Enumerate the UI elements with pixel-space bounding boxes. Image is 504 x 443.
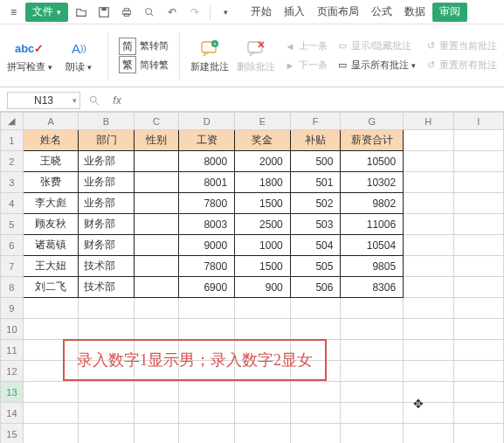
cell[interactable] <box>404 361 453 382</box>
cell[interactable]: 7800 <box>179 193 235 214</box>
cell[interactable] <box>453 361 503 382</box>
cell[interactable]: 薪资合计 <box>341 130 404 151</box>
cell[interactable]: 6900 <box>179 277 235 298</box>
cell[interactable] <box>134 403 179 424</box>
tab-insert[interactable]: 插入 <box>279 3 310 22</box>
cell[interactable] <box>235 424 291 444</box>
select-all-corner[interactable]: ◢ <box>1 113 24 130</box>
cell[interactable]: 财务部 <box>79 235 134 256</box>
cell[interactable] <box>341 361 404 382</box>
cell[interactable] <box>404 193 453 214</box>
cell[interactable] <box>179 319 235 340</box>
cell[interactable]: 2000 <box>235 151 291 172</box>
cell[interactable]: 刘二飞 <box>23 277 78 298</box>
cell[interactable] <box>134 382 179 403</box>
tab-data[interactable]: 数据 <box>399 3 431 22</box>
row-header[interactable]: 12 <box>1 361 24 382</box>
cell[interactable]: 王大妞 <box>23 256 78 277</box>
cell[interactable] <box>404 319 453 340</box>
cell[interactable]: 502 <box>290 193 341 214</box>
cell[interactable] <box>341 424 404 444</box>
cell[interactable] <box>341 319 404 340</box>
cell[interactable] <box>341 340 404 361</box>
cell[interactable]: 10500 <box>341 151 404 172</box>
col-header[interactable]: C <box>134 113 179 130</box>
cell[interactable]: 504 <box>290 235 341 256</box>
cell[interactable] <box>453 151 503 172</box>
cell[interactable]: 900 <box>235 277 291 298</box>
cell[interactable] <box>341 403 404 424</box>
cell[interactable] <box>179 424 235 444</box>
cell[interactable]: 张费 <box>23 172 78 193</box>
name-box[interactable]: N13 ▾ <box>7 92 80 109</box>
cell[interactable]: 9000 <box>179 235 235 256</box>
cell[interactable] <box>290 319 341 340</box>
cell[interactable]: 10302 <box>341 172 404 193</box>
read-aloud-button[interactable]: A)) 朗读 ▾ <box>60 28 97 83</box>
cell[interactable] <box>404 403 453 424</box>
row-header[interactable]: 10 <box>1 319 24 340</box>
cell[interactable] <box>134 424 179 444</box>
col-header[interactable]: A <box>23 113 78 130</box>
cell[interactable] <box>290 382 341 403</box>
cell[interactable]: 10504 <box>341 235 404 256</box>
cell[interactable]: 姓名 <box>23 130 78 151</box>
cell[interactable] <box>134 172 179 193</box>
cell[interactable]: 505 <box>290 256 341 277</box>
row-header[interactable]: 6 <box>1 235 24 256</box>
cell[interactable]: 9802 <box>341 193 404 214</box>
col-header[interactable]: E <box>235 113 291 130</box>
showhide-comment-button[interactable]: ▭显示/隐藏批注 <box>336 38 416 55</box>
cell[interactable]: 8000 <box>179 151 235 172</box>
cell[interactable]: 501 <box>290 172 341 193</box>
cell[interactable] <box>134 319 179 340</box>
cell[interactable] <box>23 382 78 403</box>
row-header[interactable]: 7 <box>1 256 24 277</box>
cell[interactable]: 8001 <box>179 172 235 193</box>
cell[interactable] <box>179 298 235 319</box>
cell[interactable]: 业务部 <box>79 193 134 214</box>
cell[interactable] <box>453 424 503 444</box>
formula-input[interactable] <box>131 92 497 109</box>
fx-icon[interactable]: fx <box>108 92 126 109</box>
cell[interactable]: 9805 <box>341 256 404 277</box>
open-icon[interactable] <box>72 3 91 22</box>
cell[interactable]: 补贴 <box>290 130 341 151</box>
cell[interactable] <box>79 403 134 424</box>
col-header[interactable]: I <box>453 113 503 130</box>
cell[interactable] <box>23 319 78 340</box>
cell[interactable] <box>341 298 404 319</box>
cell[interactable]: 11006 <box>341 214 404 235</box>
cell[interactable] <box>79 382 134 403</box>
cell[interactable] <box>453 193 503 214</box>
cell[interactable]: 部门 <box>79 130 134 151</box>
cell[interactable] <box>341 382 404 403</box>
cell[interactable]: 1500 <box>235 193 291 214</box>
cell[interactable] <box>134 298 179 319</box>
cell[interactable] <box>404 151 453 172</box>
col-header[interactable]: B <box>79 113 134 130</box>
col-header[interactable]: G <box>341 113 404 130</box>
row-header[interactable]: 8 <box>1 277 24 298</box>
cell[interactable] <box>134 193 179 214</box>
undo-icon[interactable]: ↶ <box>162 3 182 22</box>
showall-comments-button[interactable]: ▭显示所有批注 ▾ <box>336 57 416 74</box>
cell[interactable] <box>453 277 503 298</box>
cell[interactable] <box>404 130 453 151</box>
cell[interactable] <box>179 403 235 424</box>
cell[interactable]: 财务部 <box>79 214 134 235</box>
cell[interactable] <box>134 214 179 235</box>
cell[interactable] <box>134 277 179 298</box>
cell[interactable] <box>404 277 453 298</box>
cell[interactable]: 2500 <box>235 214 291 235</box>
cell[interactable]: 业务部 <box>79 151 134 172</box>
cell[interactable]: 诸葛镇 <box>23 235 78 256</box>
cell[interactable]: 技术部 <box>79 277 134 298</box>
row-header[interactable]: 14 <box>1 403 24 424</box>
qat-dropdown-icon[interactable]: ▾ <box>216 3 235 22</box>
cell[interactable] <box>453 256 503 277</box>
row-header[interactable]: 15 <box>1 424 24 444</box>
cell[interactable]: 503 <box>290 214 341 235</box>
cell[interactable] <box>453 130 503 151</box>
new-comment-button[interactable]: + 新建批注 <box>190 28 228 83</box>
